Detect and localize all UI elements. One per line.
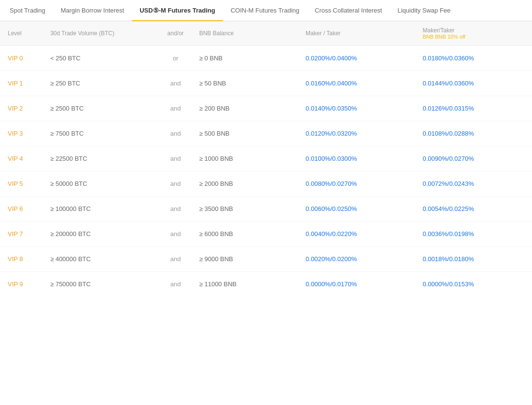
header-bnb-balance: BNB Balance: [192, 21, 298, 46]
table-row: VIP 2 ≥ 2500 BTC and ≥ 200 BNB 0.0140%/0…: [0, 96, 532, 121]
cell-bnb-balance: ≥ 50 BNB: [192, 71, 298, 96]
cell-bnb-maker-taker: 0.0144%/0.0360%: [415, 71, 532, 96]
tab-spot-trading[interactable]: Spot Trading: [2, 0, 53, 21]
table-row: VIP 3 ≥ 7500 BTC and ≥ 500 BNB 0.0120%/0…: [0, 121, 532, 146]
cell-vip-level: VIP 3: [0, 121, 42, 146]
cell-vip-level: VIP 9: [0, 272, 42, 297]
table-body: VIP 0 < 250 BTC or ≥ 0 BNB 0.0200%/0.040…: [0, 46, 532, 297]
cell-maker-taker: 0.0120%/0.0320%: [298, 121, 415, 146]
cell-bnb-balance: ≥ 3500 BNB: [192, 196, 298, 222]
cell-connector: and: [160, 146, 192, 171]
cell-bnb-balance: ≥ 9000 BNB: [192, 247, 298, 272]
cell-bnb-maker-taker: 0.0036%/0.0198%: [415, 222, 532, 247]
cell-volume: ≥ 400000 BTC: [42, 247, 159, 272]
cell-maker-taker: 0.0200%/0.0400%: [298, 46, 415, 71]
cell-bnb-balance: ≥ 200 BNB: [192, 96, 298, 121]
cell-volume: ≥ 250 BTC: [42, 71, 159, 96]
cell-bnb-maker-taker: 0.0054%/0.0225%: [415, 196, 532, 222]
fee-table: Level 30d Trade Volume (BTC) and/or BNB …: [0, 21, 532, 296]
cell-bnb-maker-taker: 0.0000%/0.0153%: [415, 272, 532, 297]
cell-maker-taker: 0.0100%/0.0300%: [298, 146, 415, 171]
table-header-row: Level 30d Trade Volume (BTC) and/or BNB …: [0, 21, 532, 46]
cell-bnb-balance: ≥ 0 BNB: [192, 46, 298, 71]
cell-vip-level: VIP 7: [0, 222, 42, 247]
cell-maker-taker: 0.0020%/0.0200%: [298, 247, 415, 272]
nav-tabs: Spot Trading Margin Borrow Interest USD⑤…: [0, 0, 532, 21]
tab-coin-m-futures[interactable]: COIN-M Futures Trading: [223, 0, 307, 21]
table-row: VIP 7 ≥ 200000 BTC and ≥ 6000 BNB 0.0040…: [0, 222, 532, 247]
table-row: VIP 1 ≥ 250 BTC and ≥ 50 BNB 0.0160%/0.0…: [0, 71, 532, 96]
cell-bnb-maker-taker: 0.0072%/0.0243%: [415, 171, 532, 196]
cell-volume: ≥ 7500 BTC: [42, 121, 159, 146]
table-row: VIP 0 < 250 BTC or ≥ 0 BNB 0.0200%/0.040…: [0, 46, 532, 71]
cell-vip-level: VIP 0: [0, 46, 42, 71]
cell-bnb-maker-taker: 0.0180%/0.0360%: [415, 46, 532, 71]
cell-vip-level: VIP 1: [0, 71, 42, 96]
cell-volume: ≥ 100000 BTC: [42, 196, 159, 222]
tab-usd-m-futures[interactable]: USD⑤-M Futures Trading: [132, 0, 223, 21]
cell-bnb-balance: ≥ 11000 BNB: [192, 272, 298, 297]
cell-maker-taker: 0.0140%/0.0350%: [298, 96, 415, 121]
cell-connector: and: [160, 71, 192, 96]
cell-volume: ≥ 22500 BTC: [42, 146, 159, 171]
table-row: VIP 4 ≥ 22500 BTC and ≥ 1000 BNB 0.0100%…: [0, 146, 532, 171]
cell-connector: and: [160, 272, 192, 297]
cell-volume: ≥ 200000 BTC: [42, 222, 159, 247]
cell-connector: and: [160, 247, 192, 272]
cell-bnb-balance: ≥ 2000 BNB: [192, 171, 298, 196]
cell-bnb-maker-taker: 0.0018%/0.0180%: [415, 247, 532, 272]
tab-cross-collateral[interactable]: Cross Collateral Interest: [307, 0, 390, 21]
fee-table-container: Level 30d Trade Volume (BTC) and/or BNB …: [0, 21, 532, 296]
cell-bnb-balance: ≥ 1000 BNB: [192, 146, 298, 171]
cell-connector: and: [160, 121, 192, 146]
cell-connector: and: [160, 196, 192, 222]
nav-tabs-container: Spot Trading Margin Borrow Interest USD⑤…: [0, 0, 532, 21]
cell-maker-taker: 0.0160%/0.0400%: [298, 71, 415, 96]
cell-vip-level: VIP 5: [0, 171, 42, 196]
cell-vip-level: VIP 8: [0, 247, 42, 272]
cell-volume: ≥ 750000 BTC: [42, 272, 159, 297]
cell-volume: ≥ 2500 BTC: [42, 96, 159, 121]
header-bnb-maker-taker: Maker/Taker BNB BNB 10% off: [415, 21, 532, 46]
cell-volume: ≥ 50000 BTC: [42, 171, 159, 196]
cell-bnb-maker-taker: 0.0090%/0.0270%: [415, 146, 532, 171]
cell-connector: and: [160, 222, 192, 247]
cell-connector: or: [160, 46, 192, 71]
cell-bnb-maker-taker: 0.0126%/0.0315%: [415, 96, 532, 121]
table-row: VIP 8 ≥ 400000 BTC and ≥ 9000 BNB 0.0020…: [0, 247, 532, 272]
table-row: VIP 9 ≥ 750000 BTC and ≥ 11000 BNB 0.000…: [0, 272, 532, 297]
cell-bnb-maker-taker: 0.0108%/0.0288%: [415, 121, 532, 146]
cell-maker-taker: 0.0060%/0.0250%: [298, 196, 415, 222]
cell-bnb-balance: ≥ 500 BNB: [192, 121, 298, 146]
header-andor: and/or: [160, 21, 192, 46]
header-level: Level: [0, 21, 42, 46]
table-row: VIP 6 ≥ 100000 BTC and ≥ 3500 BNB 0.0060…: [0, 196, 532, 222]
table-row: VIP 5 ≥ 50000 BTC and ≥ 2000 BNB 0.0080%…: [0, 171, 532, 196]
header-volume: 30d Trade Volume (BTC): [42, 21, 159, 46]
cell-maker-taker: 0.0000%/0.0170%: [298, 272, 415, 297]
cell-vip-level: VIP 2: [0, 96, 42, 121]
cell-connector: and: [160, 96, 192, 121]
cell-maker-taker: 0.0040%/0.0220%: [298, 222, 415, 247]
cell-connector: and: [160, 171, 192, 196]
header-maker-taker: Maker / Taker: [298, 21, 415, 46]
cell-maker-taker: 0.0080%/0.0270%: [298, 171, 415, 196]
tab-liquidity-swap[interactable]: Liquidity Swap Fee: [390, 0, 458, 21]
cell-volume: < 250 BTC: [42, 46, 159, 71]
tab-margin-borrow[interactable]: Margin Borrow Interest: [53, 0, 132, 21]
cell-bnb-balance: ≥ 6000 BNB: [192, 222, 298, 247]
cell-vip-level: VIP 4: [0, 146, 42, 171]
cell-vip-level: VIP 6: [0, 196, 42, 222]
